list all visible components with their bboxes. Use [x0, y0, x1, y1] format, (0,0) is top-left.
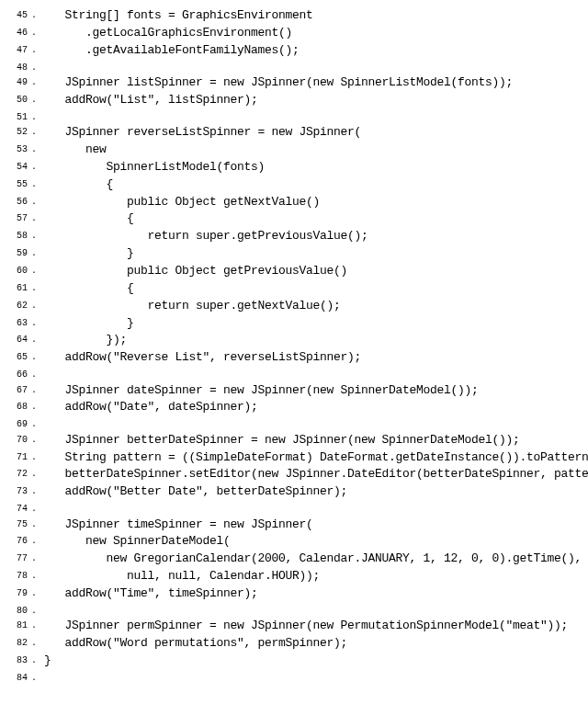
line-dot: .: [31, 42, 44, 60]
code-line: 74.: [4, 501, 584, 517]
code-line: 58. return super.getPreviousValue();: [4, 228, 584, 245]
line-dot: .: [31, 517, 44, 534]
line-dot: .: [31, 263, 44, 280]
line-number: 68: [4, 399, 31, 416]
line-number: 51: [4, 109, 31, 125]
code-content: [44, 670, 584, 686]
line-number: 84: [4, 670, 31, 686]
line-number: 77: [4, 551, 31, 568]
line-dot: .: [31, 533, 44, 551]
line-dot: .: [31, 124, 44, 142]
code-line: 71. String pattern = ((SimpleDateFormat)…: [4, 449, 584, 467]
code-content: addRow("Word permutations", permSpinner)…: [44, 635, 584, 653]
code-content: JSpinner dateSpinner = new JSpinner(new …: [44, 382, 584, 400]
line-number: 49: [4, 74, 31, 92]
code-content: [44, 603, 584, 619]
line-number: 55: [4, 176, 31, 194]
code-line: 81. JSpinner permSpinner = new JSpinner(…: [4, 618, 584, 635]
code-content: String[] fonts = GraphicsEnvironment: [44, 7, 584, 25]
code-content: addRow("Time", timeSpinner);: [44, 585, 584, 603]
code-line: 59. }: [4, 245, 584, 263]
code-line: 54. SpinnerListModel(fonts): [4, 159, 584, 176]
line-dot: .: [31, 367, 44, 382]
code-content: JSpinner listSpinner = new JSpinner(new …: [44, 74, 584, 92]
line-number: 67: [4, 382, 31, 400]
code-content: addRow("Better Date", betterDateSpinner)…: [44, 483, 584, 501]
line-number: 53: [4, 142, 31, 159]
code-line: 61. {: [4, 280, 584, 298]
code-line: 77. new GregorianCalendar(2000, Calendar…: [4, 551, 584, 568]
code-line: 69.: [4, 416, 584, 432]
line-dot: .: [31, 74, 44, 92]
line-dot: .: [31, 109, 44, 125]
code-content: }: [44, 653, 584, 670]
line-dot: .: [31, 449, 44, 467]
code-content: .getAvailableFontFamilyNames();: [44, 42, 584, 60]
line-dot: .: [31, 618, 44, 635]
line-number: 75: [4, 517, 31, 534]
code-content: return super.getNextValue();: [44, 298, 584, 315]
line-number: 73: [4, 483, 31, 501]
code-content: [44, 416, 584, 432]
line-number: 64: [4, 332, 31, 349]
code-content: new GregorianCalendar(2000, Calendar.JAN…: [44, 551, 584, 568]
code-line: 79. addRow("Time", timeSpinner);: [4, 585, 584, 603]
line-number: 74: [4, 501, 31, 517]
code-line: 45. String[] fonts = GraphicsEnvironment: [4, 7, 584, 25]
code-content: [44, 501, 584, 517]
code-listing: 45. String[] fonts = GraphicsEnvironment…: [4, 7, 584, 685]
code-content: JSpinner permSpinner = new JSpinner(new …: [44, 618, 584, 635]
code-content: JSpinner timeSpinner = new JSpinner(: [44, 517, 584, 534]
code-line: 67. JSpinner dateSpinner = new JSpinner(…: [4, 382, 584, 400]
line-number: 57: [4, 210, 31, 228]
code-content: SpinnerListModel(fonts): [44, 159, 584, 176]
code-line: 72. betterDateSpinner.setEditor(new JSpi…: [4, 466, 584, 483]
line-dot: .: [31, 399, 44, 416]
code-line: 63. }: [4, 315, 584, 333]
code-content: [44, 60, 584, 75]
code-content: null, null, Calendar.HOUR));: [44, 568, 584, 585]
code-content: addRow("Date", dateSpinner);: [44, 399, 584, 416]
code-line: 56. public Object getNextValue(): [4, 194, 584, 211]
code-line: 64. });: [4, 332, 584, 349]
code-line: 60. public Object getPreviousValue(): [4, 263, 584, 280]
code-content: public Object getPreviousValue(): [44, 263, 584, 280]
code-content: {: [44, 176, 584, 194]
code-line: 65. addRow("Reverse List", reverseListSp…: [4, 349, 584, 367]
code-content: betterDateSpinner.setEditor(new JSpinner…: [44, 466, 588, 483]
code-content: }: [44, 245, 584, 263]
line-number: 60: [4, 263, 31, 280]
line-dot: .: [31, 228, 44, 245]
code-content: }: [44, 315, 584, 333]
line-dot: .: [31, 194, 44, 211]
line-number: 70: [4, 432, 31, 449]
code-content: [44, 109, 584, 125]
line-dot: .: [31, 501, 44, 517]
line-number: 61: [4, 280, 31, 298]
code-line: 47. .getAvailableFontFamilyNames();: [4, 42, 584, 60]
code-line: 82. addRow("Word permutations", permSpin…: [4, 635, 584, 653]
line-number: 54: [4, 159, 31, 176]
line-number: 63: [4, 315, 31, 333]
line-number: 50: [4, 92, 31, 109]
code-line: 52. JSpinner reverseListSpinner = new JS…: [4, 124, 584, 142]
code-line: 62. return super.getNextValue();: [4, 298, 584, 315]
line-number: 76: [4, 533, 31, 551]
code-content: {: [44, 280, 584, 298]
line-number: 59: [4, 245, 31, 263]
line-dot: .: [31, 25, 44, 42]
line-dot: .: [31, 568, 44, 585]
line-number: 45: [4, 7, 31, 25]
line-dot: .: [31, 466, 44, 483]
line-dot: .: [31, 603, 44, 619]
line-number: 82: [4, 635, 31, 653]
code-line: 53. new: [4, 142, 584, 159]
line-dot: .: [31, 159, 44, 176]
code-content: addRow("Reverse List", reverseListSpinne…: [44, 349, 584, 367]
code-line: 66.: [4, 367, 584, 382]
line-number: 58: [4, 228, 31, 245]
code-line: 78. null, null, Calendar.HOUR));: [4, 568, 584, 585]
code-content: {: [44, 210, 584, 228]
line-dot: .: [31, 332, 44, 349]
line-dot: .: [31, 315, 44, 333]
